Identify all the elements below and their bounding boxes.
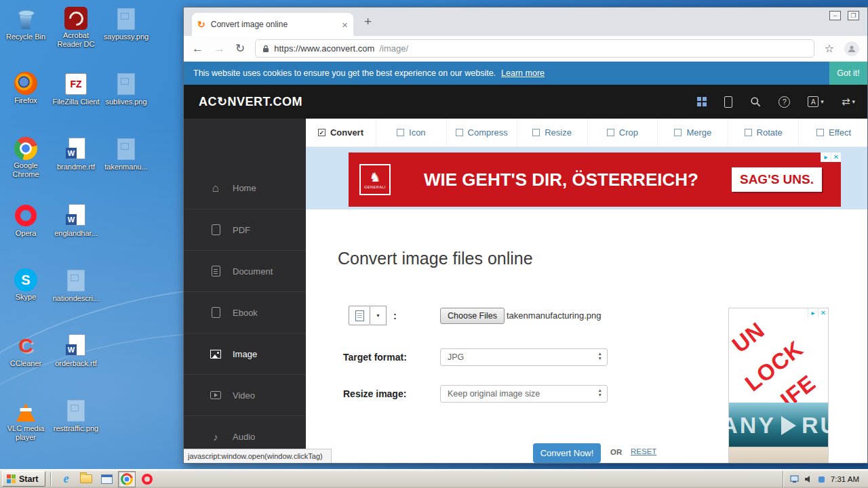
language-icon[interactable] — [808, 96, 824, 107]
sidebar-item-home[interactable]: Home — [184, 167, 306, 209]
search-icon[interactable] — [750, 96, 761, 107]
tab-close-icon[interactable] — [342, 19, 348, 30]
desktop-icon-label: saypussy.png — [102, 33, 151, 41]
network-tray-icon[interactable] — [818, 475, 825, 483]
desktop-icon-resttraffic[interactable]: resttraffic.png — [52, 399, 100, 433]
file-source-button[interactable] — [349, 306, 370, 325]
reset-link[interactable]: RESET — [631, 447, 656, 455]
adchoices-icon[interactable] — [821, 152, 831, 162]
apps-grid-icon[interactable] — [697, 97, 707, 106]
sidebar-item-pdf[interactable]: PDF — [184, 209, 306, 250]
new-tab-button[interactable] — [364, 14, 372, 29]
desktop-icon-opera[interactable]: Opera — [1, 203, 50, 238]
convert-now-button[interactable]: Convert Now! — [533, 443, 601, 463]
tab-icon[interactable]: Icon — [376, 119, 447, 146]
filezilla-icon — [65, 73, 87, 95]
back-button[interactable] — [192, 43, 203, 54]
image-file-icon — [67, 400, 85, 422]
tab-effect[interactable]: Effect — [799, 119, 868, 146]
desktop-icon-recycle-bin[interactable]: Recycle Bin — [1, 7, 50, 41]
system-tray: 7:31 AM — [783, 471, 866, 487]
desktop-icon-label: Google Chrome — [1, 161, 50, 179]
window-minimize-button[interactable] — [829, 11, 841, 20]
desktop-icon-acrobat[interactable]: Acrobat Reader DC — [52, 7, 100, 49]
bookmark-star-icon[interactable] — [825, 42, 834, 55]
desktop-icon-sublives[interactable]: sublives.png — [102, 72, 151, 106]
taskbar-clock[interactable]: 7:31 AM — [831, 475, 859, 483]
address-bar[interactable]: https://www.aconvert.com/image/ — [255, 39, 814, 58]
tab-rotate[interactable]: Rotate — [728, 119, 799, 146]
checkbox-icon — [397, 129, 404, 136]
converter-tools-icon[interactable] — [842, 96, 855, 108]
desktop-icon-englandhar[interactable]: englandhar... — [52, 203, 100, 238]
desktop-icon-nationdescri[interactable]: nationdescri... — [52, 268, 100, 303]
tab-compress[interactable]: Compress — [447, 119, 517, 146]
checkbox-icon — [607, 129, 614, 136]
start-button[interactable]: Start — [2, 471, 45, 487]
resize-image-select[interactable]: Keep original image size — [440, 385, 608, 403]
profile-avatar[interactable] — [844, 41, 859, 56]
tab-title: Convert image online — [211, 20, 337, 29]
adchoices-icon[interactable] — [808, 308, 818, 318]
ad-badge — [808, 308, 828, 318]
window-maximize-button[interactable] — [848, 11, 859, 20]
desktop-icon-ccleaner[interactable]: CCleaner — [1, 333, 50, 368]
checkbox-icon — [456, 129, 463, 136]
image-file-icon — [117, 73, 135, 95]
choose-files-button[interactable]: Choose Files — [440, 308, 505, 324]
tab-convert[interactable]: Convert — [306, 119, 376, 146]
desktop-icon-label: takenmanu... — [102, 163, 151, 171]
tab-label: Rotate — [757, 127, 783, 138]
help-icon[interactable] — [778, 96, 790, 108]
monitor-tray-icon[interactable] — [790, 475, 799, 483]
sidebar-item-ebook[interactable]: Ebook — [184, 291, 306, 333]
generali-ad-banner[interactable]: GENERALI WIE GEHT'S DIR, ÖSTERREICH? SAG… — [349, 152, 841, 207]
desktop-icon-saypussy[interactable]: saypussy.png — [102, 7, 151, 41]
desktop-icon-label: CCleaner — [1, 359, 50, 368]
desktop: Recycle Bin Acrobat Reader DC saypussy.p… — [0, 0, 868, 488]
file-source-dropdown[interactable] — [370, 306, 387, 325]
tab-merge[interactable]: Merge — [658, 119, 728, 146]
reload-button[interactable] — [235, 43, 245, 54]
sidebar-item-video[interactable]: Video — [184, 374, 306, 415]
taskbar-opera-icon[interactable] — [138, 471, 156, 487]
taskbar-window-icon[interactable] — [98, 471, 115, 487]
tab-resize[interactable]: Resize — [517, 119, 588, 146]
desktop-icon-chrome[interactable]: Google Chrome — [1, 137, 50, 179]
got-it-button[interactable]: Got it! — [829, 62, 867, 85]
ad-close-icon[interactable] — [818, 308, 828, 318]
ad-close-icon[interactable] — [831, 152, 841, 162]
generali-logo: GENERALI — [359, 164, 391, 195]
image-file-icon — [117, 138, 135, 160]
brand-name: GENERALI — [364, 185, 386, 189]
mobile-icon[interactable] — [724, 96, 732, 108]
desktop-icon-orderback[interactable]: orderback.rtf — [52, 333, 100, 368]
desktop-icon-firefox[interactable]: Firefox — [1, 72, 50, 105]
desktop-icon-brandme[interactable]: brandme.rtf — [52, 137, 100, 171]
skype-icon — [14, 268, 37, 291]
tab-label: Merge — [686, 127, 711, 138]
volume-tray-icon[interactable] — [804, 475, 812, 483]
desktop-icon-vlc[interactable]: VLC media player — [1, 399, 50, 442]
tab-label: Icon — [409, 127, 426, 138]
taskbar-chrome-icon[interactable] — [118, 471, 136, 487]
taskbar-explorer-icon[interactable] — [77, 471, 95, 487]
checkbox-icon — [674, 129, 682, 136]
sidebar-item-image[interactable]: Image — [184, 333, 306, 374]
desktop-icon-takenmanu[interactable]: takenmanu... — [102, 137, 151, 171]
site-logo[interactable]: ACNVERT.COM — [199, 94, 302, 109]
desktop-icon-label: Opera — [1, 229, 50, 238]
desktop-icon-filezilla[interactable]: FileZilla Client — [52, 72, 100, 106]
target-format-select[interactable]: JPG — [440, 348, 608, 366]
desktop-icon-skype[interactable]: Skype — [1, 268, 50, 302]
desktop-icon-label: englandhar... — [52, 229, 100, 238]
browser-tab[interactable]: Convert image online — [192, 13, 353, 36]
learn-more-link[interactable]: Learn more — [501, 68, 545, 78]
target-format-label: Target format: — [343, 352, 407, 363]
url-path: /image/ — [379, 43, 408, 54]
side-ad[interactable]: UN LOCK LIFE — [728, 308, 829, 464]
taskbar-ie-icon[interactable] — [57, 471, 75, 487]
tab-crop[interactable]: Crop — [588, 119, 658, 146]
ad-cta-button[interactable]: SAG'S UNS. — [732, 167, 822, 192]
sidebar-item-document[interactable]: Document — [184, 250, 306, 291]
